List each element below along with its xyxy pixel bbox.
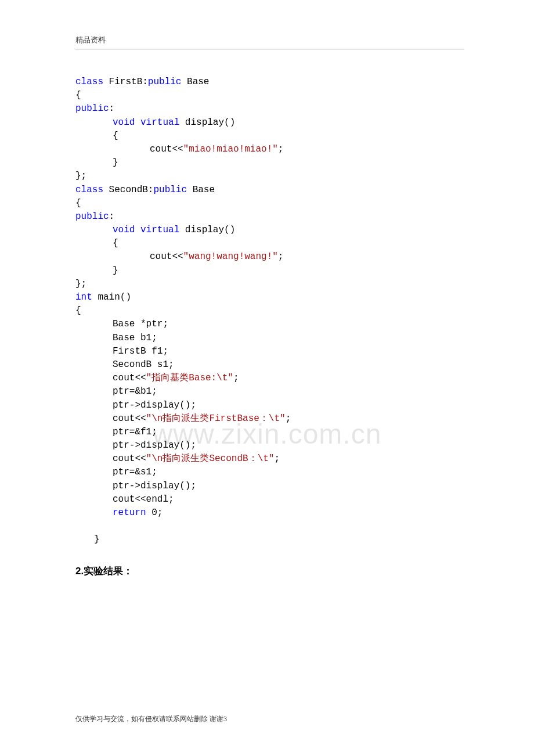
code-line: cout<<endl;	[75, 493, 464, 506]
txt: ;	[278, 251, 284, 262]
code-line: }	[75, 156, 464, 170]
page-footer: 仅供学习与交流，如有侵权请联系网站删除 谢谢3	[75, 714, 227, 724]
code-line: class FirstB:public Base	[75, 75, 464, 89]
txt: main()	[92, 292, 131, 303]
code-line: FirstB f1;	[75, 345, 464, 358]
code-line: ptr=&f1;	[75, 426, 464, 439]
str: "\n指向派生类FirstBase：\t"	[146, 413, 286, 424]
code-line: public:	[75, 210, 464, 224]
code-line: ptr=&b1;	[75, 385, 464, 398]
kw-virtual: virtual	[140, 117, 179, 128]
txt: :	[109, 103, 115, 114]
code-line: {	[75, 304, 464, 318]
code-line: Base b1;	[75, 332, 464, 345]
code-block: class FirstB:public Base { public: void …	[75, 75, 464, 547]
str: "miao!miao!miao!"	[183, 144, 278, 154]
kw-void: void	[113, 117, 135, 128]
code-line: ptr->display();	[75, 439, 464, 452]
str: "指向基类Base:\t"	[146, 373, 233, 383]
page-number: 3	[223, 715, 227, 723]
txt: :	[109, 211, 115, 222]
code-line: cout<<"\n指向派生类FirstBase：\t";	[75, 412, 464, 426]
code-line: ptr->display();	[75, 480, 464, 493]
kw-void: void	[113, 225, 135, 235]
doc-header: 精品资料	[75, 35, 464, 49]
sp	[135, 117, 140, 128]
txt: FirstB:	[103, 77, 148, 87]
kw-class: class	[75, 77, 103, 87]
txt: 0;	[146, 507, 163, 518]
code-line: cout<<"wang!wang!wang!";	[75, 250, 464, 264]
footer-text: 仅供学习与交流，如有侵权请联系网站删除 谢谢	[75, 715, 223, 723]
code-line: Base *ptr;	[75, 318, 464, 331]
code-line: cout<<"指向基类Base:\t";	[75, 372, 464, 385]
code-line: cout<<"\n指向派生类SecondB：\t";	[75, 452, 464, 466]
kw-public: public	[153, 185, 187, 195]
code-line: {	[75, 89, 464, 102]
code-line: {	[75, 129, 464, 143]
txt: display()	[179, 225, 235, 235]
txt: ;	[286, 413, 291, 424]
code-line: int main()	[75, 291, 464, 304]
txt: ;	[233, 373, 239, 383]
kw-class: class	[75, 185, 103, 195]
code-line: }	[75, 264, 464, 278]
code-line	[75, 520, 464, 533]
code-line: };	[75, 170, 464, 183]
section-heading: 2.实验结果：	[75, 564, 464, 578]
code-line: public:	[75, 102, 464, 116]
kw-int: int	[75, 292, 92, 303]
kw-public: public	[148, 77, 182, 87]
str: "\n指向派生类SecondB：\t"	[146, 453, 275, 464]
code-line: void virtual display()	[75, 116, 464, 129]
kw-public: public	[75, 103, 109, 114]
txt: ;	[274, 453, 280, 464]
txt: Base	[181, 77, 209, 87]
txt: display()	[179, 117, 235, 128]
code-line: {	[75, 237, 464, 250]
txt: Base	[187, 185, 215, 195]
code-line: cout<<"miao!miao!miao!";	[75, 143, 464, 156]
kw-public: public	[75, 211, 109, 222]
code-line: class SecondB:public Base	[75, 183, 464, 197]
page-content: 精品资料 www.zixin.com.cn class FirstB:publi…	[0, 0, 534, 578]
txt: ;	[278, 144, 284, 154]
code-line: ptr->display();	[75, 399, 464, 412]
code-line: SecondB s1;	[75, 358, 464, 372]
kw-return: return	[113, 507, 146, 518]
kw-virtual: virtual	[140, 225, 179, 235]
code-line: return 0;	[75, 506, 464, 520]
txt: cout<<	[113, 413, 146, 424]
txt: cout<<	[113, 373, 146, 383]
code-line: }	[75, 533, 464, 546]
txt: cout<<	[150, 144, 183, 154]
sp	[135, 225, 140, 235]
code-line: {	[75, 197, 464, 210]
code-line: void virtual display()	[75, 224, 464, 237]
txt: cout<<	[113, 453, 146, 464]
str: "wang!wang!wang!"	[183, 251, 278, 262]
code-line: ptr=&s1;	[75, 466, 464, 479]
txt: cout<<	[150, 251, 183, 262]
code-line: };	[75, 278, 464, 291]
txt: SecondB:	[103, 185, 153, 195]
